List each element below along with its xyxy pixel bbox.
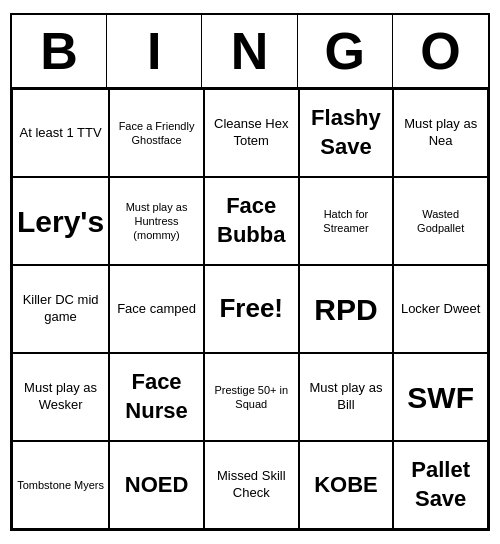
bingo-cell-11: Face camped <box>109 265 204 353</box>
bingo-cell-20: Tombstone Myers <box>12 441 109 529</box>
bingo-header: B I N G O <box>12 15 488 89</box>
letter-o: O <box>393 15 488 87</box>
bingo-cell-2: Cleanse Hex Totem <box>204 89 299 177</box>
bingo-cell-9: Wasted Godpallet <box>393 177 488 265</box>
bingo-cell-8: Hatch for Streamer <box>299 177 394 265</box>
bingo-grid: At least 1 TTVFace a Friendly GhostfaceC… <box>12 89 488 529</box>
bingo-cell-3: Flashy Save <box>299 89 394 177</box>
bingo-cell-4: Must play as Nea <box>393 89 488 177</box>
bingo-cell-5: Lery's <box>12 177 109 265</box>
bingo-cell-13: RPD <box>299 265 394 353</box>
bingo-cell-24: Pallet Save <box>393 441 488 529</box>
bingo-cell-10: Killer DC mid game <box>12 265 109 353</box>
letter-g: G <box>298 15 393 87</box>
bingo-cell-21: NOED <box>109 441 204 529</box>
bingo-cell-7: Face Bubba <box>204 177 299 265</box>
bingo-card: B I N G O At least 1 TTVFace a Friendly … <box>10 13 490 531</box>
bingo-cell-6: Must play as Huntress (mommy) <box>109 177 204 265</box>
bingo-cell-18: Must play as Bill <box>299 353 394 441</box>
letter-n: N <box>202 15 297 87</box>
bingo-cell-17: Prestige 50+ in Squad <box>204 353 299 441</box>
bingo-cell-14: Locker Dweet <box>393 265 488 353</box>
bingo-cell-22: Missed Skill Check <box>204 441 299 529</box>
letter-b: B <box>12 15 107 87</box>
bingo-cell-16: Face Nurse <box>109 353 204 441</box>
bingo-cell-12: Free! <box>204 265 299 353</box>
bingo-cell-0: At least 1 TTV <box>12 89 109 177</box>
bingo-cell-15: Must play as Wesker <box>12 353 109 441</box>
bingo-cell-19: SWF <box>393 353 488 441</box>
bingo-cell-1: Face a Friendly Ghostface <box>109 89 204 177</box>
bingo-cell-23: KOBE <box>299 441 394 529</box>
letter-i: I <box>107 15 202 87</box>
